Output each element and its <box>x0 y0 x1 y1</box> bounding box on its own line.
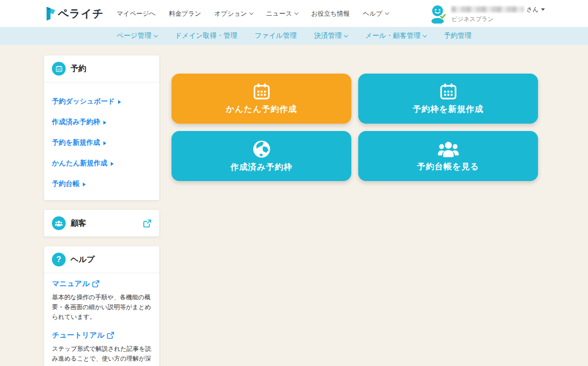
peraichi-logo-icon <box>43 6 56 22</box>
nav-label: お役立ち情報 <box>311 9 350 18</box>
help-card: ? ヘルプ マニュアル 基本的な操作の手順や、各機能の概要・各画面の細かい説明等… <box>44 246 159 366</box>
logo-text: ペライチ <box>58 6 104 21</box>
subnav-label: 予約管理 <box>444 31 471 40</box>
main-action-grid: かんたん予約作成 予約枠を新規作成 作成済み予約枠 予約台帳を見る <box>172 74 538 181</box>
chevron-down-icon <box>423 33 427 37</box>
sidebar: 予約 予約ダッシュボード 作成済み予約枠 予約を新規作成 かんたん新規作成 予約… <box>44 55 159 366</box>
chevron-down-icon <box>344 33 348 37</box>
chevron-down-icon <box>249 11 253 15</box>
nav-label: マイページへ <box>117 9 156 18</box>
subnav-label: メール・顧客管理 <box>365 31 420 40</box>
nav-label: ヘルプ <box>363 9 383 18</box>
link-label: 予約ダッシュボード <box>52 97 115 106</box>
arrow-right-icon <box>103 121 106 125</box>
link-easy-create[interactable]: かんたん新規作成 <box>52 159 151 168</box>
easy-reservation-create-button[interactable]: かんたん予約作成 <box>172 74 351 124</box>
external-link-icon[interactable] <box>143 219 151 228</box>
manual-description: 基本的な操作の手順や、各機能の概要・各画面の細かい説明等がまとめられています。 <box>52 292 151 322</box>
link-label: 作成済み予約枠 <box>52 118 100 127</box>
arrow-right-icon <box>103 141 106 145</box>
reservation-card-title: 予約 <box>71 64 86 74</box>
subnav-item-pages[interactable]: ページ管理 <box>117 31 157 40</box>
nav-item-help[interactable]: ヘルプ <box>363 9 389 18</box>
chevron-down-icon <box>153 33 157 37</box>
help-card-header: ? ヘルプ <box>44 246 159 273</box>
arrow-right-icon <box>111 162 114 166</box>
subnav-item-domain[interactable]: ドメイン取得・管理 <box>175 31 237 40</box>
reservation-card-header: 予約 <box>44 55 159 82</box>
chevron-down-icon <box>385 11 389 15</box>
subnav-item-mail-crm[interactable]: メール・顧客管理 <box>365 31 426 40</box>
service-subnav: ページ管理 ドメイン取得・管理 ファイル管理 決済管理 メール・顧客管理 予約管… <box>0 27 588 45</box>
arrow-right-icon <box>118 100 121 104</box>
button-label: 作成済み予約枠 <box>230 161 292 173</box>
caret-down-icon <box>541 8 545 11</box>
external-link-icon <box>92 280 99 288</box>
reservation-links: 予約ダッシュボード 作成済み予約枠 予約を新規作成 かんたん新規作成 予約台帳 <box>44 82 159 200</box>
link-new-reservation[interactable]: 予約を新規作成 <box>52 138 151 147</box>
user-text: さん ビジネスプラン <box>451 4 545 24</box>
customer-card-title: 顧客 <box>71 218 86 229</box>
globe-icon <box>252 139 271 159</box>
link-label: かんたん新規作成 <box>52 159 107 168</box>
link-label: 予約台帳 <box>52 180 79 188</box>
calendar-icon <box>52 62 66 76</box>
button-label: 予約枠を新規作成 <box>413 104 483 115</box>
nav-item-tips[interactable]: お役立ち情報 <box>311 9 350 18</box>
people-icon <box>438 140 459 158</box>
help-card-title: ヘルプ <box>71 255 95 265</box>
new-reservation-slot-button[interactable]: 予約枠を新規作成 <box>358 74 538 124</box>
external-link-icon <box>107 332 114 339</box>
nav-label: 料金プラン <box>169 9 201 18</box>
arrow-right-icon <box>83 183 86 186</box>
user-name-suffix: さん <box>526 5 539 14</box>
link-reservation-dashboard[interactable]: 予約ダッシュボード <box>52 97 151 106</box>
brand-logo[interactable]: ペライチ <box>43 6 104 22</box>
subnav-label: ドメイン取得・管理 <box>175 31 237 40</box>
subnav-label: ページ管理 <box>117 31 151 40</box>
people-icon <box>52 216 66 230</box>
user-avatar-icon <box>428 4 447 24</box>
subnav-item-payments[interactable]: 決済管理 <box>314 31 347 40</box>
calendar-icon <box>252 82 271 101</box>
chevron-down-icon <box>294 11 298 15</box>
manual-link[interactable]: マニュアル <box>52 279 99 288</box>
link-label: チュートリアル <box>52 331 104 340</box>
customer-card: 顧客 <box>44 210 159 236</box>
nav-item-news[interactable]: ニュース <box>266 9 298 18</box>
link-label: 予約を新規作成 <box>52 138 100 147</box>
link-label: マニュアル <box>52 279 90 288</box>
nav-item-mypage[interactable]: マイページへ <box>117 9 156 18</box>
top-header: ペライチ マイページへ 料金プラン オプション ニュース お役立ち情報 ヘルプ … <box>0 0 588 27</box>
button-label: かんたん予約作成 <box>226 104 297 115</box>
user-name-redacted <box>451 6 524 12</box>
user-plan-badge: ビジネスプラン <box>451 15 545 24</box>
subnav-label: 決済管理 <box>314 31 342 40</box>
user-menu[interactable]: さん ビジネスプラン <box>428 4 545 24</box>
reservation-card: 予約 予約ダッシュボード 作成済み予約枠 予約を新規作成 かんたん新規作成 予約… <box>44 55 159 200</box>
created-slots-button[interactable]: 作成済み予約枠 <box>172 131 351 181</box>
customer-card-header: 顧客 <box>44 210 159 236</box>
top-nav: マイページへ 料金プラン オプション ニュース お役立ち情報 ヘルプ <box>117 9 388 18</box>
user-name-row: さん <box>451 5 545 14</box>
subnav-item-booking[interactable]: 予約管理 <box>444 31 471 40</box>
nav-label: ニュース <box>266 9 292 18</box>
view-ledger-button[interactable]: 予約台帳を見る <box>358 131 538 181</box>
link-reservation-ledger[interactable]: 予約台帳 <box>52 180 151 188</box>
button-label: 予約台帳を見る <box>417 161 479 172</box>
nav-item-pricing[interactable]: 料金プラン <box>169 9 201 18</box>
nav-item-options[interactable]: オプション <box>215 9 253 18</box>
tutorial-link[interactable]: チュートリアル <box>52 331 114 340</box>
calendar-icon <box>439 82 458 101</box>
subnav-item-files[interactable]: ファイル管理 <box>255 31 296 40</box>
nav-label: オプション <box>215 9 247 18</box>
subnav-label: ファイル管理 <box>255 31 296 40</box>
question-icon: ? <box>52 253 66 266</box>
link-created-slots[interactable]: 作成済み予約枠 <box>52 118 151 127</box>
help-body: マニュアル 基本的な操作の手順や、各機能の概要・各画面の細かい説明等がまとめられ… <box>44 273 159 366</box>
tutorial-description: ステップ形式で解説された記事を読み進めることで、使い方の理解が深められます。 <box>52 344 151 366</box>
